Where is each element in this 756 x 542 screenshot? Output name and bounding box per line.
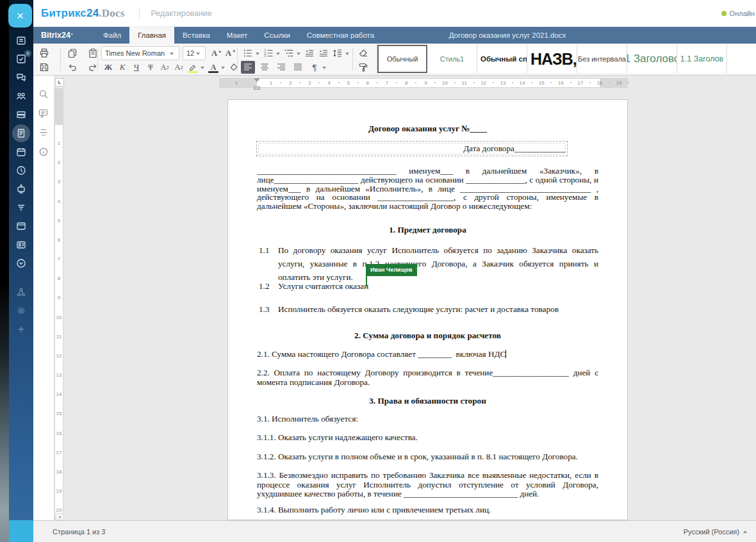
bullet-list-button[interactable] bbox=[241, 47, 255, 60]
panel-comments-button[interactable] bbox=[35, 104, 52, 123]
style-heading2[interactable]: 1.1 Заголов bbox=[677, 45, 727, 73]
eraser-icon bbox=[358, 48, 368, 58]
sidebar-item-sites[interactable] bbox=[9, 217, 33, 235]
close-document-button[interactable]: × bbox=[8, 4, 32, 28]
time-icon bbox=[15, 165, 27, 176]
multilevel-list-button[interactable] bbox=[282, 47, 296, 60]
style-title[interactable]: НАЗВ, bbox=[527, 45, 577, 73]
sidebar-item-sales[interactable] bbox=[9, 198, 33, 217]
search-icon bbox=[38, 88, 49, 100]
sidebar-item-settings[interactable] bbox=[9, 301, 33, 320]
tab-references[interactable]: Ссылки bbox=[256, 27, 299, 44]
sidebar-item-drive[interactable] bbox=[9, 105, 33, 124]
sidebar-item-company[interactable] bbox=[9, 235, 33, 254]
navigation-icon bbox=[38, 127, 49, 138]
tab-file[interactable]: Файл bbox=[95, 27, 129, 44]
sidebar-item-feed[interactable] bbox=[9, 31, 33, 49]
increase-font-button[interactable]: A▲ bbox=[210, 47, 224, 60]
copy-button[interactable] bbox=[65, 47, 79, 60]
ruler-number: 13 bbox=[497, 80, 509, 86]
horizontal-ruler[interactable]: 112345678910111213141516171819 bbox=[219, 78, 628, 88]
document-title: Договор оказания услуг 2021.docx bbox=[373, 27, 642, 44]
style-partial[interactable] bbox=[727, 45, 756, 73]
documents-icon bbox=[15, 127, 27, 139]
clause-text: По договору оказания услуг Исполнитель о… bbox=[278, 243, 598, 284]
bold-button[interactable]: Ж bbox=[101, 61, 115, 74]
ruler-number: 19 bbox=[612, 80, 625, 86]
clear-style-button[interactable] bbox=[356, 47, 370, 60]
style-normal[interactable]: Обычный bbox=[377, 45, 427, 73]
tab-collaboration[interactable]: Совместная работа bbox=[299, 27, 382, 44]
tab-stop-selector[interactable]: L bbox=[55, 78, 64, 86]
style-heading1[interactable]: 1 Заголовс bbox=[627, 45, 677, 73]
sidebar-item-employees[interactable] bbox=[9, 86, 33, 105]
sidebar-item-network[interactable] bbox=[9, 283, 33, 301]
print-button[interactable] bbox=[37, 47, 51, 60]
style-no-spacing[interactable]: Без интервала bbox=[577, 45, 627, 73]
font-color-button[interactable]: A bbox=[206, 61, 220, 74]
page-indicator[interactable]: Страница 1 из 3 bbox=[53, 528, 105, 536]
text-cursor bbox=[505, 350, 506, 358]
align-left-button[interactable] bbox=[241, 61, 255, 74]
numbered-list-button[interactable]: 123 bbox=[261, 47, 275, 60]
collaborator-flag: Иван Челищев bbox=[366, 264, 417, 276]
justify-button[interactable] bbox=[291, 61, 305, 74]
language-selector[interactable]: Русский (Россия) bbox=[684, 528, 747, 536]
sidebar-item-crm[interactable] bbox=[9, 179, 33, 198]
document-page[interactable]: Договор оказания услуг №____ Дата догово… bbox=[227, 99, 628, 520]
clause-1-2: 1.2 Услуги считаются оказан bbox=[259, 279, 598, 293]
panel-feedback-button[interactable] bbox=[35, 142, 52, 161]
italic-button[interactable]: К bbox=[115, 61, 129, 74]
highlight-color-button[interactable] bbox=[186, 61, 200, 74]
decrease-font-button[interactable]: A▼ bbox=[224, 47, 238, 60]
nonprinting-chars-button[interactable]: ¶ bbox=[308, 61, 322, 74]
ruler-number: 3 bbox=[55, 179, 63, 185]
sidebar-item-time[interactable] bbox=[9, 161, 33, 179]
underline-button[interactable]: Ч bbox=[129, 61, 144, 74]
left-indent-marker[interactable] bbox=[254, 86, 260, 90]
undo-button[interactable] bbox=[65, 61, 79, 74]
toolbar-separator bbox=[237, 48, 238, 70]
clause-1-1: 1.1 По договору оказания услуг Исполните… bbox=[259, 243, 598, 284]
strikethrough-button[interactable]: Т bbox=[144, 61, 158, 74]
superscript-button[interactable]: A2 bbox=[158, 61, 172, 74]
tab-home[interactable]: Главная bbox=[129, 27, 174, 44]
line-spacing-button[interactable] bbox=[331, 47, 345, 60]
align-center-button[interactable] bbox=[258, 61, 272, 74]
align-right-button[interactable] bbox=[274, 61, 288, 74]
format-painter-button[interactable] bbox=[356, 61, 370, 74]
decrease-indent-button[interactable] bbox=[302, 47, 316, 60]
vertical-ruler[interactable]: 1234567891011121314151617181920 bbox=[54, 88, 63, 520]
first-line-indent-marker[interactable] bbox=[254, 78, 260, 85]
sidebar-item-calendar[interactable] bbox=[9, 142, 33, 161]
date-content-control[interactable]: Дата договора____________ bbox=[256, 141, 568, 156]
menu-tabs: Файл Главная Вставка Макет Ссылки Совмес… bbox=[95, 27, 382, 44]
increase-indent-button[interactable] bbox=[316, 47, 331, 60]
online-label: Онлайн bbox=[730, 10, 755, 17]
panel-search-button[interactable] bbox=[35, 85, 52, 104]
sidebar-item-chat[interactable] bbox=[9, 68, 33, 86]
paragraph-shading-button[interactable] bbox=[227, 61, 241, 74]
chevron-down-icon bbox=[170, 53, 174, 57]
comments-icon bbox=[38, 108, 49, 119]
panel-navigation-button[interactable] bbox=[35, 123, 52, 142]
tab-insert[interactable]: Вставка bbox=[174, 27, 218, 44]
sidebar-item-add[interactable] bbox=[9, 320, 33, 338]
sales-icon bbox=[15, 202, 27, 213]
style-normal-web[interactable]: Обычный спр bbox=[477, 45, 527, 73]
online-status: Онлайн bbox=[721, 10, 756, 17]
sidebar-item-more[interactable] bbox=[9, 254, 33, 272]
subscript-button[interactable]: A2 bbox=[172, 61, 186, 74]
tab-layout[interactable]: Макет bbox=[218, 27, 256, 44]
font-size-select[interactable]: 12 bbox=[183, 46, 206, 60]
copy-icon bbox=[67, 48, 78, 58]
sidebar-item-documents[interactable] bbox=[9, 124, 33, 142]
ruler-number: 1 bbox=[55, 140, 63, 146]
editor-area[interactable]: L 112345678910111213141516171819 1234567… bbox=[54, 76, 756, 520]
save-button[interactable] bbox=[37, 61, 51, 74]
style-style1[interactable]: Стиль1 bbox=[427, 45, 477, 73]
logo-number: 24 bbox=[86, 7, 99, 19]
sidebar-item-tasks[interactable]: 8 bbox=[9, 49, 33, 68]
scroll-left-button[interactable]: ◂ bbox=[55, 513, 64, 520]
font-name-select[interactable]: Times New Roman bbox=[101, 46, 179, 60]
